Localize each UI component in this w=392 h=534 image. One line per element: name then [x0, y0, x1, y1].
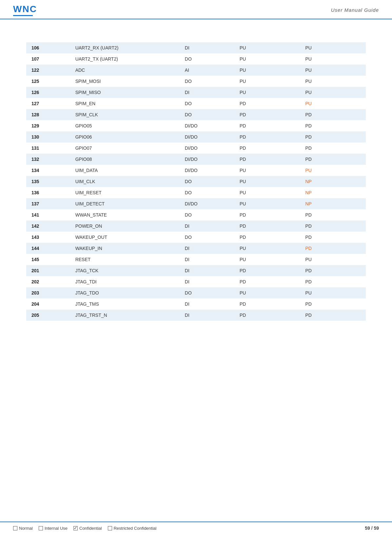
table-row: 126 SPIM_MISO DI PU PU: [26, 87, 366, 98]
row-dir: DI/DO: [180, 143, 234, 154]
row-default: PU: [234, 176, 300, 187]
row-num: 142: [26, 220, 70, 232]
table-row: 141 WWAN_STATE DO PD PD: [26, 209, 366, 220]
row-name: UART2_RX (UART2): [70, 42, 180, 53]
row-num: 127: [26, 98, 70, 109]
row-current: PD: [300, 220, 366, 232]
row-dir: DI: [180, 265, 234, 276]
row-current: NP: [300, 176, 366, 187]
footer-classification: NormalInternal UseConfidentialRestricted…: [13, 526, 156, 531]
row-name: GPIO05: [70, 120, 180, 131]
table-row: 204 JTAG_TMS DI PD PD: [26, 298, 366, 310]
table-row: 130 GPIO06 DI/DO PD PD: [26, 131, 366, 143]
row-name: WAKEUP_OUT: [70, 232, 180, 243]
row-dir: DO: [180, 176, 234, 187]
row-current: PU: [300, 254, 366, 265]
row-current: PU: [300, 287, 366, 298]
row-num: 131: [26, 143, 70, 154]
row-name: JTAG_TMS: [70, 298, 180, 310]
row-current: PD: [300, 131, 366, 143]
row-num: 136: [26, 187, 70, 198]
table-row: 201 JTAG_TCK DI PD PD: [26, 265, 366, 276]
row-dir: DI/DO: [180, 198, 234, 209]
row-dir: DI: [180, 220, 234, 232]
row-num: 122: [26, 65, 70, 76]
row-default: PU: [234, 76, 300, 87]
row-dir: DI: [180, 276, 234, 287]
row-dir: DI: [180, 87, 234, 98]
classification-label: Normal: [19, 526, 33, 531]
row-num: 128: [26, 109, 70, 120]
row-default: PU: [234, 42, 300, 53]
table-row: 142 POWER_ON DI PD PD: [26, 220, 366, 232]
row-dir: DO: [180, 209, 234, 220]
row-dir: DI/DO: [180, 131, 234, 143]
row-default: PD: [234, 109, 300, 120]
row-name: JTAG_TRST_N: [70, 310, 180, 321]
checkbox-icon: [13, 526, 17, 530]
checkbox-icon: [108, 526, 112, 530]
logo-underline: [13, 15, 33, 16]
table-row: 134 UIM_DATA DI/DO PU PU: [26, 165, 366, 176]
row-current: NP: [300, 187, 366, 198]
row-default: PU: [234, 287, 300, 298]
row-current: PD: [300, 265, 366, 276]
row-dir: DO: [180, 98, 234, 109]
row-num: 129: [26, 120, 70, 131]
page-header: WNC User Manual Guide: [0, 0, 392, 19]
row-current: PU: [300, 76, 366, 87]
table-row: 129 GPIO05 DI/DO PD PD: [26, 120, 366, 131]
row-num: 141: [26, 209, 70, 220]
row-dir: DO: [180, 53, 234, 65]
checkbox-icon: [73, 526, 78, 530]
row-current: PU: [300, 65, 366, 76]
logo: WNC: [13, 4, 37, 16]
row-name: ADC: [70, 65, 180, 76]
row-default: PU: [234, 53, 300, 65]
row-num: 134: [26, 165, 70, 176]
table-row: 106 UART2_RX (UART2) DI PU PU: [26, 42, 366, 53]
row-num: 145: [26, 254, 70, 265]
row-dir: AI: [180, 65, 234, 76]
row-name: UIM_DATA: [70, 165, 180, 176]
row-num: 106: [26, 42, 70, 53]
row-current: PD: [300, 310, 366, 321]
row-default: PD: [234, 154, 300, 165]
row-current: PD: [300, 276, 366, 287]
table-row: 128 SPIM_CLK DO PD PD: [26, 109, 366, 120]
row-default: PD: [234, 143, 300, 154]
table-row: 132 GPIO08 DI/DO PD PD: [26, 154, 366, 165]
row-default: PD: [234, 265, 300, 276]
row-num: 201: [26, 265, 70, 276]
row-name: JTAG_TDI: [70, 276, 180, 287]
classification-label: Restricted Confidential: [114, 526, 157, 531]
row-default: PD: [234, 276, 300, 287]
row-dir: DI/DO: [180, 120, 234, 131]
row-dir: DI: [180, 243, 234, 254]
row-name: UART2_TX (UART2): [70, 53, 180, 65]
table-row: 125 SPIM_MOSI DO PU PU: [26, 76, 366, 87]
row-default: PD: [234, 220, 300, 232]
row-dir: DO: [180, 287, 234, 298]
row-current: PD: [300, 243, 366, 254]
row-num: 202: [26, 276, 70, 287]
row-name: GPIO07: [70, 143, 180, 154]
table-row: 143 WAKEUP_OUT DO PD PD: [26, 232, 366, 243]
row-current: PU: [300, 165, 366, 176]
row-dir: DI/DO: [180, 154, 234, 165]
row-dir: DI/DO: [180, 165, 234, 176]
row-default: PU: [234, 243, 300, 254]
row-default: PU: [234, 254, 300, 265]
row-dir: DI: [180, 254, 234, 265]
row-default: PD: [234, 232, 300, 243]
row-num: 205: [26, 310, 70, 321]
table-row: 205 JTAG_TRST_N DI PD PD: [26, 310, 366, 321]
row-name: JTAG_TCK: [70, 265, 180, 276]
table-row: 107 UART2_TX (UART2) DO PU PU: [26, 53, 366, 65]
footer-classification-item: Confidential: [73, 526, 102, 531]
table-row: 135 UIM_CLK DO PU NP: [26, 176, 366, 187]
row-num: 137: [26, 198, 70, 209]
row-name: WAKEUP_IN: [70, 243, 180, 254]
row-default: PD: [234, 120, 300, 131]
row-current: PU: [300, 98, 366, 109]
